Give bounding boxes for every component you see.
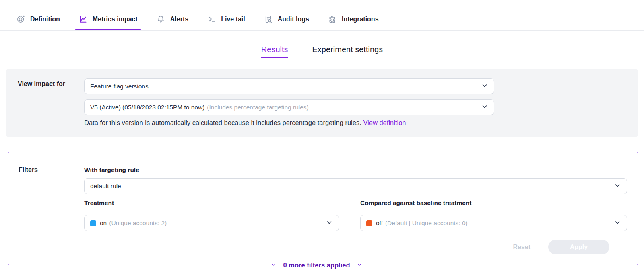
view-impact-label: View impact for (18, 80, 65, 88)
nav-tab-live-tail[interactable]: Live tail (207, 8, 245, 30)
more-filters-label: 0 more filters applied (283, 261, 350, 269)
version-hint: (Includes percentage targeting rules) (207, 104, 308, 111)
tab-experiment-settings[interactable]: Experiment settings (312, 45, 383, 58)
nav-tab-label: Alerts (170, 16, 188, 23)
reset-button[interactable]: Reset (513, 244, 530, 251)
baseline-value: off (376, 220, 383, 227)
baseline-off-swatch (366, 220, 372, 226)
version-caption: Data for this version is automatically c… (84, 119, 406, 127)
metrics-impact-page: Definition Metrics impact Alerts (0, 0, 644, 277)
puzzle-icon (328, 14, 337, 24)
metrics-impact-icon (78, 14, 88, 24)
baseline-select[interactable]: off (Default | Unique accounts: 0) (360, 215, 627, 231)
view-impact-panel: View impact for Feature flag versions V5… (6, 69, 638, 137)
results-subtabs: Results Experiment settings (0, 45, 644, 58)
treatment-on-swatch (90, 220, 96, 226)
nav-tab-audit-logs[interactable]: Audit logs (264, 8, 309, 30)
version-value: V5 (Active) (05/18/2023 02:15PM to now) (90, 104, 204, 111)
filter-actions: Reset Apply (513, 240, 609, 254)
treatment-label: Treatment (84, 199, 114, 207)
chevron-down-icon (271, 261, 277, 269)
version-caption-text: Data for this version is automatically c… (84, 119, 361, 126)
targeting-rule-select[interactable]: default rule (84, 178, 627, 194)
nav-tab-label: Metrics impact (93, 16, 138, 23)
treatment-hint: (Unique accounts: 2) (109, 220, 167, 227)
chevron-down-icon (614, 219, 621, 228)
nav-tab-label: Definition (30, 16, 60, 23)
definition-icon (16, 14, 25, 24)
more-filters-toggle[interactable]: 0 more filters applied (265, 260, 369, 271)
chevron-down-icon (614, 182, 621, 191)
nav-tab-label: Audit logs (278, 16, 309, 23)
terminal-icon (207, 14, 216, 24)
chevron-down-icon (481, 82, 488, 91)
nav-tab-label: Live tail (221, 16, 245, 23)
impact-mode-select[interactable]: Feature flag versions (84, 78, 494, 94)
version-select[interactable]: V5 (Active) (05/18/2023 02:15PM to now) … (84, 99, 494, 115)
nav-tab-definition[interactable]: Definition (16, 8, 60, 30)
treatment-select[interactable]: on (Unique accounts: 2) (84, 215, 339, 231)
nav-tab-integrations[interactable]: Integrations (328, 8, 379, 30)
chevron-down-icon (357, 261, 362, 269)
audit-log-icon (264, 14, 273, 24)
nav-tab-label: Integrations (342, 16, 379, 23)
chevron-down-icon (326, 219, 333, 228)
treatment-value: on (100, 220, 107, 227)
tab-results[interactable]: Results (261, 45, 288, 58)
baseline-hint: (Default | Unique accounts: 0) (385, 220, 468, 227)
nav-tab-alerts[interactable]: Alerts (156, 8, 188, 30)
targeting-rule-label: With targeting rule (84, 166, 139, 174)
filters-panel: Filters With targeting rule default rule… (8, 152, 638, 265)
nav-tab-metrics-impact[interactable]: Metrics impact (78, 8, 138, 30)
bell-icon (156, 14, 165, 24)
chevron-down-icon (481, 103, 488, 112)
impact-mode-value: Feature flag versions (90, 83, 149, 90)
targeting-rule-value: default rule (90, 183, 121, 190)
filters-label: Filters (19, 166, 38, 174)
apply-button[interactable]: Apply (548, 240, 609, 254)
view-definition-link[interactable]: View definition (363, 119, 406, 126)
baseline-label: Compared against baseline treatment (360, 199, 472, 207)
top-navigation: Definition Metrics impact Alerts (0, 0, 644, 31)
